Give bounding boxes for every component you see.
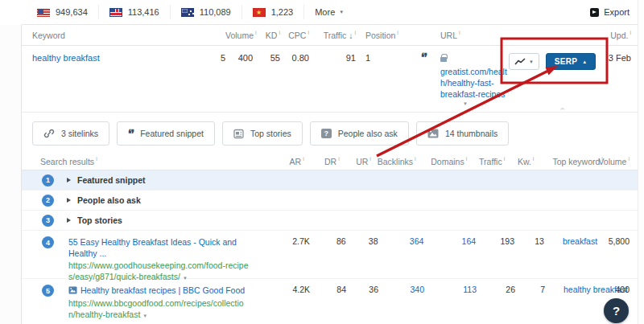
top-keyword-link[interactable]: healthy breakfast [545,279,609,294]
header-traffic[interactable]: Traffic [467,156,505,166]
panel-divider [22,112,638,113]
traffic-value: 26 [477,279,515,294]
left-gutter [0,25,22,324]
header-ur[interactable]: UR [340,156,371,166]
kd-value: 55 [253,46,280,63]
country-volume-bar: 949,634 113,416 110,089 1,223 More ▼ Exp… [22,0,638,25]
header-dr[interactable]: DR [304,156,340,166]
chip-sitelinks[interactable]: 3 sitelinks [32,121,109,146]
top-keyword-link[interactable]: breakfast [544,231,609,246]
position-value: 1 [356,46,396,63]
country-item-us[interactable]: 949,634 [27,5,98,19]
chip-label: 3 sitelinks [61,129,98,138]
volume-value: 400 [225,46,253,63]
gb-flag-icon [109,8,122,17]
au-flag-icon [181,8,194,17]
chip-thumbnails[interactable]: 14 thumbnails [416,121,509,146]
header-traffic-sorted[interactable]: Traffic ↓ [309,30,356,40]
image-icon [427,129,439,138]
country-item-vn[interactable]: 1,223 [242,5,304,19]
search-results-header: Search results AR DR UR Backlinks Domain… [22,152,638,170]
country-volume: 113,416 [128,7,159,17]
cpc-value: 0.80 [280,46,309,63]
traffic-value: 91 [309,46,356,63]
country-item-au[interactable]: 110,089 [170,5,242,19]
export-label: Export [604,7,630,17]
header-domains[interactable]: Domains [416,156,468,166]
more-countries-dropdown[interactable]: More ▼ [303,5,354,19]
header-volume2[interactable]: Volume [598,156,638,166]
result-title-link[interactable]: 55 Easy Healthy Breakfast Ideas - Quick … [68,236,250,259]
chip-people-also-ask[interactable]: People also ask [310,121,409,146]
thumbnail-icon [68,285,77,297]
news-icon [233,129,244,139]
export-icon [590,8,599,17]
export-button[interactable]: Export [590,7,638,17]
chip-top-stories[interactable]: Top stories [222,121,303,146]
ar-value: 2.7K [250,231,310,246]
country-volume: 1,223 [271,7,294,17]
ar-value: 4.2K [250,279,310,294]
country-item-gb[interactable]: 113,416 [98,5,170,19]
serp-toggle-button[interactable]: SERP ▲ [546,53,596,70]
header-keyword[interactable]: Keyword [22,31,203,40]
featured-snippet-icon: ❛❜ [421,51,427,64]
right-gutter [638,0,644,324]
result-row-featured-snippet[interactable]: 1 Featured snippet [22,170,638,191]
header-kd[interactable]: KD [253,30,280,40]
position-history-chart-button[interactable]: ▼ [509,53,539,70]
feature-row-label: People also ask [77,195,141,205]
help-button[interactable]: ? [604,298,629,323]
expand-arrow-icon[interactable] [67,218,71,223]
backlinks-value[interactable]: 364 [378,231,424,246]
chip-label: Featured snippet [140,129,204,138]
chip-label: People also ask [338,129,398,138]
header-url[interactable]: URL [436,30,509,40]
expand-arrow-icon[interactable] [67,198,71,203]
domains-value[interactable]: 113 [424,279,477,294]
keyword-row: healthy breakfast 5 400 55 0.80 91 1 ❛❜ … [22,46,638,112]
sf-count: 5 [203,46,225,63]
header-ar[interactable]: AR [245,156,303,166]
vn-flag-icon [253,8,266,17]
organic-result-row: 4 55 Easy Healthy Breakfast Ideas - Quic… [22,231,638,279]
position-badge: 1 [42,174,54,187]
header-volume[interactable]: Volume [225,30,253,40]
chevron-down-icon[interactable]: ▼ [142,314,147,318]
kw-value: 7 [515,279,545,294]
ranking-url[interactable]: greatist.com/healt h/healthy-fast- break… [440,66,509,100]
help-label: ? [613,304,620,318]
keyword-link[interactable]: healthy breakfast [32,53,100,63]
us-flag-icon [37,8,50,17]
result-url[interactable]: https://www.bbcgoodfood.com/recipes/coll… [68,297,250,322]
collapse-notch-icon[interactable]: ⌃ [559,106,566,117]
header-search-results: Search results [22,156,245,166]
position-badge: 4 [42,236,54,248]
chip-label: 14 thumbnails [445,129,497,138]
chevron-up-icon: ▲ [582,59,587,64]
domains-value[interactable]: 164 [423,231,476,246]
url-cell: greatist.com/healt h/healthy-fast- break… [436,46,509,106]
ur-value: 36 [346,279,378,294]
position-badge: 5 [42,285,54,297]
result-row-people-also-ask[interactable]: 2 People also ask [22,191,638,211]
header-cpc[interactable]: CPC [280,30,309,40]
header-backlinks[interactable]: Backlinks [371,156,416,166]
result-title-link[interactable]: Healthy breakfast recipes | BBC Good Foo… [68,285,250,297]
url-expand-caret[interactable]: ▼ [463,101,509,106]
chevron-down-icon: ▼ [339,10,344,14]
chip-label: Top stories [250,129,291,138]
header-kw[interactable]: Kw. [505,156,534,166]
expand-arrow-icon[interactable] [67,178,71,183]
header-upd[interactable]: Upd. [604,30,638,40]
lock-icon [440,57,447,62]
updated-date: 3 Feb [604,46,638,63]
question-icon [321,129,332,138]
chip-featured-snippet[interactable]: ❛❜ Featured snippet [117,121,215,146]
header-position[interactable]: Position [356,30,396,40]
ur-value: 38 [346,231,378,246]
backlinks-value[interactable]: 340 [378,279,424,294]
result-row-top-stories[interactable]: 3 Top stories [22,211,638,231]
more-label: More [315,7,335,17]
header-top-keyword[interactable]: Top keyword [534,156,598,166]
